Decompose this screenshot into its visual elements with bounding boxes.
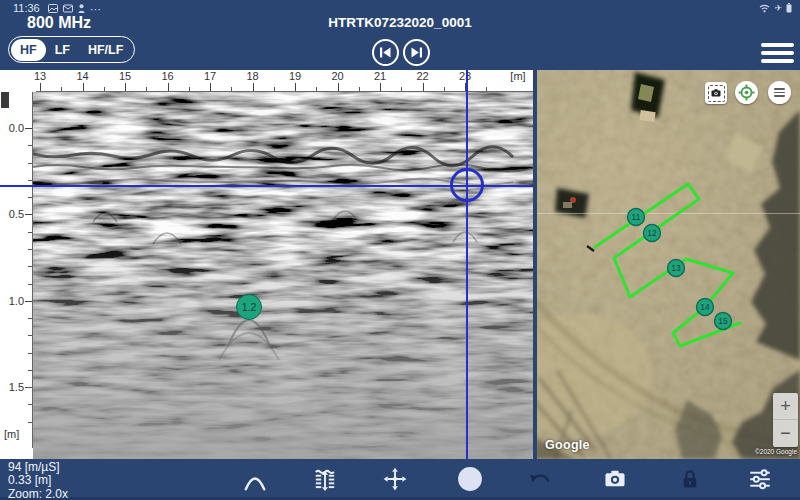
top-bar: 11:36 ⋯ ✈ 800 MHz HTRTK07232020_0001 HFL…	[0, 0, 800, 70]
lock-button[interactable]	[677, 466, 703, 492]
bottom-toolbar: 94 [m/µS] 0.33 [m] Zoom: 2.0x	[0, 459, 800, 500]
ruler-tick-label: 22	[411, 70, 435, 82]
record-marker-button[interactable]	[457, 466, 483, 492]
google-attribution: Google	[545, 438, 590, 452]
camera-icon	[602, 466, 628, 492]
map-screenshot-icon	[708, 85, 725, 102]
undo-button[interactable]	[527, 466, 553, 492]
cursor-circle[interactable]	[450, 168, 484, 202]
my-location-button[interactable]	[735, 81, 758, 104]
map-layers-button[interactable]	[768, 81, 791, 104]
ruler-tick-label: 21	[368, 70, 392, 82]
ruler-tick-label: 23	[453, 70, 477, 82]
settings-sliders-icon	[747, 466, 773, 492]
depth-tick-label: 1.0	[0, 295, 24, 307]
menu-icon	[761, 43, 794, 47]
velocity-readout: 94 [m/µS]	[8, 461, 68, 474]
wifi-icon	[759, 4, 770, 13]
person-notification-icon	[78, 4, 85, 13]
map-zoom-control: + −	[773, 393, 798, 447]
pan-move-icon	[382, 466, 408, 492]
skip-next-icon	[410, 47, 423, 58]
ruler-unit: [m]	[503, 70, 533, 82]
depth-unit: [m]	[4, 428, 19, 440]
my-location-icon	[738, 84, 755, 101]
cursor-vertical-line	[466, 70, 468, 459]
ruler-tick-label: 14	[71, 70, 95, 82]
ruler-tick-label: 16	[156, 70, 180, 82]
project-title: HTRTK07232020_0001	[0, 15, 800, 30]
skip-previous-icon	[379, 47, 392, 58]
trace-marker-label: 14	[700, 302, 710, 312]
menu-button[interactable]	[761, 43, 794, 63]
gpr-controller-app: 11:36 ⋯ ✈ 800 MHz HTRTK07232020_0001 HFL…	[0, 0, 800, 500]
more-notifications-icon: ⋯	[90, 5, 102, 13]
photo-notification-icon	[48, 4, 58, 13]
display-settings-button[interactable]	[747, 466, 773, 492]
message-notification-icon	[63, 4, 73, 13]
trace-marker-label: 15	[718, 316, 728, 326]
lock-icon	[677, 466, 703, 492]
skip-previous-button[interactable]	[372, 39, 399, 66]
record-circle-icon	[457, 466, 483, 492]
zoom-readout: Zoom: 2.0x	[8, 488, 68, 500]
depth-ruler: [m] 0.00.51.01.5	[0, 92, 33, 459]
map-panel: 1112131415 + − Google ©2020 Go	[537, 70, 800, 459]
battery-icon	[786, 3, 792, 13]
trace-marker-label: 12	[647, 228, 657, 238]
ruler-tick-label: 19	[283, 70, 307, 82]
channel-tab-hf[interactable]: HF	[11, 39, 46, 61]
distance-ruler: [m] 1314151617181920212223	[0, 70, 533, 92]
ruler-tick-label: 15	[113, 70, 137, 82]
depth-tick-label: 1.5	[0, 381, 24, 393]
filter-button[interactable]	[312, 466, 338, 492]
interpretation-marker[interactable]: 1.2	[236, 294, 262, 320]
skip-next-button[interactable]	[403, 39, 430, 66]
depth-tick-label: 0.0	[0, 122, 24, 134]
hyperbola-icon	[242, 466, 268, 492]
screenshot-camera-button[interactable]	[602, 466, 628, 492]
hyperbola-fit-button[interactable]	[242, 466, 268, 492]
map-zoom-out-button[interactable]: −	[773, 420, 798, 447]
pan-button[interactable]	[382, 466, 408, 492]
trace-marker-label: 11	[632, 212, 641, 222]
depth-readout: 0.33 [m]	[8, 474, 68, 487]
airplane-mode-icon: ✈	[774, 3, 782, 13]
status-time: 11:36	[13, 2, 40, 14]
trace-start-mark	[1, 92, 9, 108]
radargram-view[interactable]	[33, 92, 533, 459]
satellite-map[interactable]: 1112131415	[537, 70, 800, 459]
filter-icon	[312, 466, 338, 492]
ruler-tick-label: 17	[198, 70, 222, 82]
channel-toggle: HFLFHF/LF	[8, 36, 135, 63]
channel-tab-hf-lf[interactable]: HF/LF	[79, 39, 132, 61]
trace-marker-label: 13	[671, 263, 681, 273]
map-screenshot-button[interactable]	[705, 82, 727, 104]
channel-tab-lf[interactable]: LF	[46, 39, 79, 61]
layers-menu-icon	[774, 86, 785, 100]
ruler-tick-label: 13	[28, 70, 52, 82]
ruler-tick-label: 20	[326, 70, 350, 82]
ruler-tick-label: 18	[241, 70, 265, 82]
map-copyright: ©2020 Google	[755, 448, 797, 455]
radargram-panel: [m] 1314151617181920212223 [m] 0.00.51.0…	[0, 70, 533, 459]
undo-icon	[527, 466, 553, 492]
depth-tick-label: 0.5	[0, 208, 24, 220]
map-zoom-in-button[interactable]: +	[773, 393, 798, 420]
